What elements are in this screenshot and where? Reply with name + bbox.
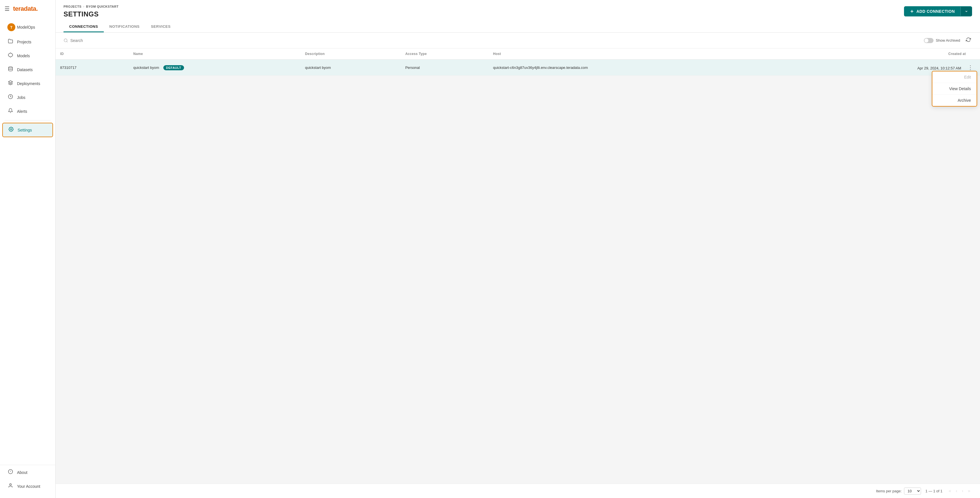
page-title: SETTINGS xyxy=(64,10,119,18)
breadcrumb: PROJECTS › BYOM QUICKSTART xyxy=(64,5,119,8)
projects-icon xyxy=(7,38,14,45)
dropdown-item-edit[interactable]: Edit xyxy=(932,71,977,83)
models-icon xyxy=(7,52,14,59)
table-area: Show Archived ID Name Description Access… xyxy=(56,33,980,484)
col-name: Name xyxy=(129,48,301,60)
pagination-info: 1 — 1 of 1 xyxy=(926,489,943,493)
dropdown-item-archive[interactable]: Archive xyxy=(932,95,977,106)
sidebar-item-settings[interactable]: Settings xyxy=(2,123,53,137)
svg-point-10 xyxy=(64,39,67,42)
search-icon xyxy=(64,38,68,43)
sidebar-item-jobs[interactable]: Jobs xyxy=(2,91,53,104)
col-description: Description xyxy=(301,48,401,60)
hamburger-icon[interactable]: ☰ xyxy=(5,5,10,12)
page-title-row: PROJECTS › BYOM QUICKSTART SETTINGS ADD … xyxy=(64,5,972,18)
datasets-icon xyxy=(7,66,14,73)
cell-description: quickstart byom xyxy=(301,60,401,76)
plus-icon xyxy=(910,9,914,14)
items-per-page: Items per page: 10 25 50 100 xyxy=(876,487,921,495)
about-icon xyxy=(7,469,14,476)
chevron-down-icon xyxy=(965,10,968,13)
table-body: 87310717 quickstart byom DEFAULT quickst… xyxy=(56,60,980,76)
modelops-icon: T xyxy=(7,23,14,31)
pagination-buttons: « ‹ › » xyxy=(947,487,972,495)
sidebar-item-models-label: Models xyxy=(17,54,30,58)
main-content: PROJECTS › BYOM QUICKSTART SETTINGS ADD … xyxy=(56,0,980,498)
cell-name: quickstart byom DEFAULT xyxy=(129,60,301,76)
sidebar-item-projects-label: Projects xyxy=(17,40,32,44)
add-connection-dropdown-arrow[interactable] xyxy=(961,7,972,16)
svg-line-11 xyxy=(67,41,67,42)
col-access-type: Access Type xyxy=(401,48,488,60)
sidebar-item-models[interactable]: Models xyxy=(2,49,53,62)
table-head: ID Name Description Access Type Host Cre… xyxy=(56,48,980,60)
sidebar-item-deployments[interactable]: Deployments xyxy=(2,77,53,90)
logo: teradata. xyxy=(13,5,38,13)
add-connection-label: ADD CONNECTION xyxy=(916,9,955,14)
show-archived-switch[interactable] xyxy=(924,38,934,43)
toolbar-right: Show Archived xyxy=(924,36,972,45)
pagination-prev-button[interactable]: ‹ xyxy=(954,487,959,495)
sidebar-item-your-account-label: Your Account xyxy=(17,484,40,488)
sidebar-item-deployments-label: Deployments xyxy=(17,81,40,86)
per-page-select[interactable]: 10 25 50 100 xyxy=(904,487,921,495)
jobs-icon xyxy=(7,94,14,101)
sidebar-item-jobs-label: Jobs xyxy=(17,95,25,100)
add-connection-main[interactable]: ADD CONNECTION xyxy=(904,6,961,16)
table-toolbar: Show Archived xyxy=(56,33,980,48)
cell-host: quickstart-c6n3g87uv36y4j8i.env.clearsca… xyxy=(488,60,787,76)
sidebar-item-about-label: About xyxy=(17,470,27,475)
sidebar-item-alerts-label: Alerts xyxy=(17,109,27,114)
default-badge: DEFAULT xyxy=(163,65,184,70)
pagination-first-button[interactable]: « xyxy=(947,487,953,495)
table-row[interactable]: 87310717 quickstart byom DEFAULT quickst… xyxy=(56,60,980,76)
tab-connections[interactable]: CONNECTIONS xyxy=(64,22,104,32)
sidebar-item-your-account[interactable]: Your Account xyxy=(2,480,53,493)
pagination-bar: Items per page: 10 25 50 100 1 — 1 of 1 … xyxy=(56,484,980,498)
refresh-icon xyxy=(966,37,971,42)
search-input[interactable] xyxy=(70,38,127,43)
tab-notifications[interactable]: NOTIFICATIONS xyxy=(104,22,145,32)
svg-point-3 xyxy=(11,128,12,130)
sidebar-item-modelops-label: ModelOps xyxy=(17,25,35,30)
cell-access-type: Personal xyxy=(401,60,488,76)
col-created-at: Created at xyxy=(787,48,980,60)
add-connection-button[interactable]: ADD CONNECTION xyxy=(904,6,972,16)
row-dropdown-menu: Edit View Details Archive xyxy=(932,71,977,106)
sidebar: ☰ teradata. T ModelOps Projects Models xyxy=(0,0,56,498)
cell-created-at: Apr 29, 2024, 10:12:57 AM ⋮ Edit View De… xyxy=(787,60,980,76)
breadcrumb-current: BYOM QUICKSTART xyxy=(86,5,119,8)
sidebar-divider xyxy=(5,120,51,121)
sidebar-item-modelops[interactable]: T ModelOps xyxy=(2,20,53,35)
sidebar-nav: T ModelOps Projects Models Datasets xyxy=(0,16,55,462)
cell-id: 87310717 xyxy=(56,60,129,76)
dropdown-item-view-details[interactable]: View Details xyxy=(932,83,977,95)
sidebar-item-datasets[interactable]: Datasets xyxy=(2,63,53,76)
tab-services[interactable]: SERVICES xyxy=(145,22,177,32)
tabs: CONNECTIONS NOTIFICATIONS SERVICES xyxy=(64,22,972,32)
svg-point-7 xyxy=(10,484,11,485)
your-account-icon xyxy=(7,483,14,490)
pagination-last-button[interactable]: » xyxy=(966,487,972,495)
col-host: Host xyxy=(488,48,787,60)
sidebar-header: ☰ teradata. xyxy=(0,0,55,16)
sidebar-bottom: About Your Account xyxy=(0,465,55,498)
refresh-button[interactable] xyxy=(965,36,972,45)
deployments-icon xyxy=(7,80,14,87)
show-archived-label: Show Archived xyxy=(936,38,960,43)
connections-table: ID Name Description Access Type Host Cre… xyxy=(56,48,980,76)
sidebar-item-datasets-label: Datasets xyxy=(17,67,33,72)
search-box xyxy=(64,38,127,43)
alerts-icon xyxy=(7,108,14,114)
svg-marker-0 xyxy=(8,53,13,57)
settings-icon xyxy=(8,127,14,133)
breadcrumb-projects[interactable]: PROJECTS xyxy=(64,5,81,8)
sidebar-item-about[interactable]: About xyxy=(2,466,53,479)
show-archived-toggle: Show Archived xyxy=(924,38,960,43)
sidebar-item-alerts[interactable]: Alerts xyxy=(2,105,53,118)
items-per-page-label: Items per page: xyxy=(876,489,902,493)
header: PROJECTS › BYOM QUICKSTART SETTINGS ADD … xyxy=(56,0,980,33)
sidebar-item-projects[interactable]: Projects xyxy=(2,35,53,48)
row-more-button[interactable]: ⋮ xyxy=(965,63,975,71)
pagination-next-button[interactable]: › xyxy=(960,487,965,495)
